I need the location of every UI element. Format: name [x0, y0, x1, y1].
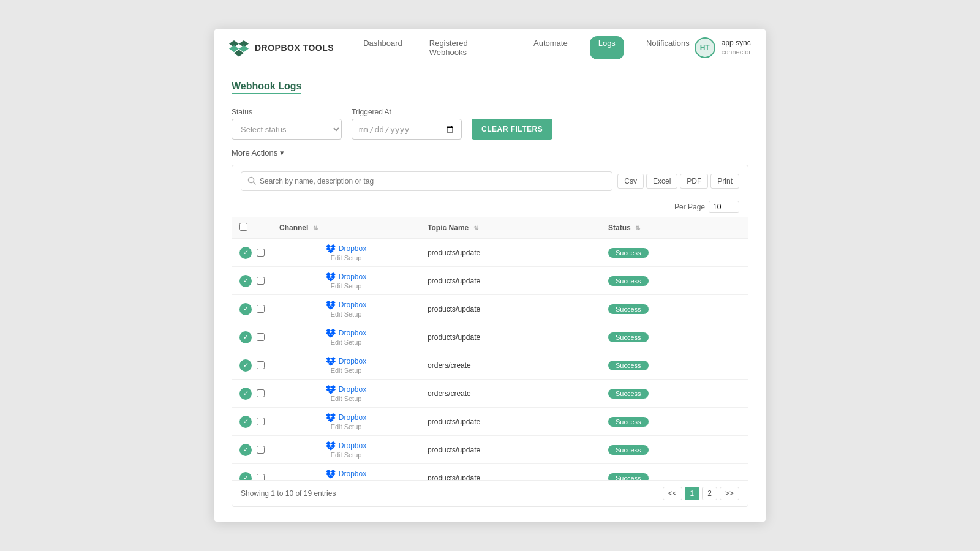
page-title: Webhook Logs: [232, 81, 301, 94]
nav-links: Dashboard Registered Webhooks Automate L…: [358, 36, 695, 59]
page-2[interactable]: 2: [702, 487, 717, 500]
status-badge: Success: [608, 276, 649, 286]
showing-entries: Showing 1 to 10 of 19 entries: [241, 489, 336, 498]
channel-sub: Edit Setup: [331, 282, 362, 290]
status-badge: Success: [608, 473, 649, 481]
channel-link[interactable]: Dropbox: [326, 244, 366, 253]
channel-sub: Edit Setup: [331, 254, 362, 261]
export-pdf[interactable]: PDF: [680, 174, 708, 189]
row-check-wrap: ✓: [239, 275, 265, 287]
row-check-wrap: ✓: [239, 472, 265, 481]
status-badge: Success: [608, 417, 649, 427]
page-first[interactable]: <<: [663, 487, 682, 500]
status-cell: Success: [601, 436, 748, 464]
nav-dashboard[interactable]: Dashboard: [358, 36, 407, 59]
page-1[interactable]: 1: [685, 487, 700, 500]
more-actions-button[interactable]: More Actions ▾: [232, 148, 748, 157]
nav-logs[interactable]: Logs: [590, 36, 624, 59]
export-excel[interactable]: Excel: [646, 174, 677, 189]
col-status: Status ⇅: [601, 217, 748, 239]
table-row: ✓: [232, 295, 748, 323]
table-row: ✓: [232, 323, 748, 351]
status-cell: Success: [601, 295, 748, 323]
dropbox-icon: [326, 384, 336, 394]
channel-link[interactable]: Dropbox: [326, 356, 366, 366]
table-row: ✓: [232, 380, 748, 408]
row-checkbox[interactable]: [257, 446, 265, 454]
channel-sort-icon: ⇅: [313, 225, 318, 231]
row-checkbox[interactable]: [257, 249, 265, 257]
status-badge: Success: [608, 248, 649, 258]
row-check-wrap: ✓: [239, 247, 265, 259]
nav-notifications[interactable]: Notifications: [641, 36, 695, 59]
topic-cell: products/update: [420, 323, 601, 351]
row-status-icon: ✓: [239, 416, 252, 428]
row-checkbox[interactable]: [257, 389, 265, 397]
topic-sort-icon: ⇅: [473, 225, 478, 231]
channel-link[interactable]: Dropbox: [326, 328, 366, 338]
channel-link[interactable]: Dropbox: [326, 469, 366, 479]
export-csv[interactable]: Csv: [617, 174, 644, 189]
channel-cell: Dropbox Edit Setup: [279, 413, 413, 430]
date-input[interactable]: [352, 119, 462, 140]
channel-link[interactable]: Dropbox: [326, 441, 366, 451]
channel-link[interactable]: Dropbox: [326, 272, 366, 282]
table-card: Csv Excel PDF Print Per Page 10: [232, 165, 748, 507]
search-wrap: [241, 171, 612, 191]
row-status-icon: ✓: [239, 444, 252, 456]
dropbox-icon: [326, 300, 336, 310]
channel-sub: Edit Setup: [331, 479, 362, 480]
topic-cell: orders/create: [420, 351, 601, 380]
avatar[interactable]: HT: [695, 37, 715, 58]
row-status-icon: ✓: [239, 331, 252, 343]
row-check-wrap: ✓: [239, 416, 265, 428]
topic-cell: products/update: [420, 295, 601, 323]
row-status-icon: ✓: [239, 388, 252, 400]
row-checkbox[interactable]: [257, 474, 265, 480]
table-wrap: Channel ⇅ Topic Name ⇅ Status ⇅: [232, 217, 748, 480]
col-topic[interactable]: Topic Name ⇅: [420, 217, 601, 239]
status-cell: Success: [601, 380, 748, 408]
channel-cell: Dropbox Edit Setup: [279, 328, 413, 346]
pagination: << 1 2 >>: [663, 487, 739, 500]
status-badge: Success: [608, 445, 649, 455]
topic-cell: products/update: [420, 408, 601, 436]
channel-cell: Dropbox Edit Setup: [279, 384, 413, 402]
row-checkbox[interactable]: [257, 305, 265, 313]
status-cell: Success: [601, 408, 748, 436]
channel-sub: Edit Setup: [331, 339, 362, 346]
row-status-icon: ✓: [239, 472, 252, 481]
nav-webhooks[interactable]: Registered Webhooks: [424, 36, 511, 59]
channel-link[interactable]: Dropbox: [326, 384, 366, 394]
row-checkbox[interactable]: [257, 418, 265, 425]
dropbox-icon: [326, 469, 336, 479]
table-toolbar: Csv Excel PDF Print: [232, 165, 748, 197]
status-label: Status: [232, 108, 342, 116]
export-buttons: Csv Excel PDF Print: [617, 174, 739, 189]
table-row: ✓: [232, 351, 748, 380]
status-select[interactable]: Select status Success Failed: [232, 119, 342, 140]
channel-link[interactable]: Dropbox: [326, 413, 366, 422]
status-cell: Success: [601, 267, 748, 295]
channel-link[interactable]: Dropbox: [326, 300, 366, 310]
user-info: app sync connector: [722, 39, 751, 57]
row-checkbox[interactable]: [257, 333, 265, 341]
page-last[interactable]: >>: [720, 487, 739, 500]
row-status-icon: ✓: [239, 303, 252, 315]
row-checkbox[interactable]: [257, 361, 265, 369]
export-print[interactable]: Print: [710, 174, 739, 189]
navbar: DROPBOX TOOLS Dashboard Registered Webho…: [214, 29, 766, 66]
select-all-checkbox[interactable]: [239, 223, 247, 231]
table-row: ✓: [232, 436, 748, 464]
topic-cell: orders/create: [420, 380, 601, 408]
logs-table: Channel ⇅ Topic Name ⇅ Status ⇅: [232, 217, 748, 480]
nav-automate[interactable]: Automate: [529, 36, 573, 59]
search-input[interactable]: [260, 177, 606, 186]
clear-filters-button[interactable]: CLEAR FILTERS: [472, 119, 552, 140]
date-filter-group: Triggered At: [352, 108, 462, 140]
channel-sub: Edit Setup: [331, 451, 362, 459]
dropbox-icon: [326, 328, 336, 338]
col-channel[interactable]: Channel ⇅: [272, 217, 420, 239]
per-page-input[interactable]: 10: [709, 201, 739, 213]
row-checkbox[interactable]: [257, 277, 265, 285]
